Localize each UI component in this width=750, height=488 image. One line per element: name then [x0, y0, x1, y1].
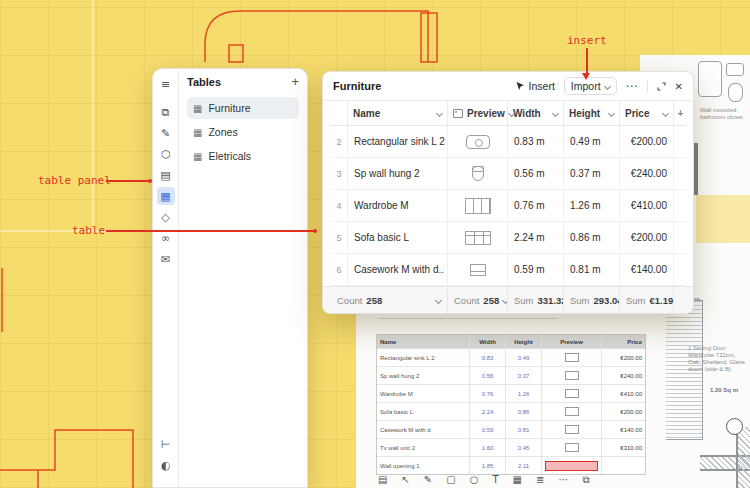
- layers-tool-icon[interactable]: [582, 474, 589, 486]
- annotation-table-panel-dot: [148, 179, 152, 183]
- cell-preview[interactable]: [447, 190, 507, 221]
- folder-icon[interactable]: [378, 474, 387, 485]
- summary-sum-height[interactable]: Sum 293.04..: [563, 287, 619, 313]
- sidebar-item-zones[interactable]: Zones: [187, 121, 299, 143]
- rectangle-tool-icon[interactable]: [446, 474, 455, 485]
- column-header-height[interactable]: Height: [563, 101, 619, 125]
- mini-table-row: Sofa basic L 2.24 0.86 €200.00: [377, 402, 645, 420]
- mini-col-width: Width: [469, 335, 505, 348]
- clipboard-button[interactable]: [157, 166, 175, 184]
- cell-preview[interactable]: [447, 254, 507, 285]
- draw-button[interactable]: [157, 124, 175, 142]
- cell-height[interactable]: 1.26 m: [563, 190, 619, 221]
- mini-col-height: Height: [505, 335, 541, 348]
- annotation-table: table: [72, 224, 105, 237]
- sidebar-item-eletricals[interactable]: Eletricals: [187, 145, 299, 167]
- table-row[interactable]: 4 Wardrobe M 0.76 m 1.26 m €410.00: [331, 190, 685, 222]
- table-row[interactable]: 2 Rectangular sink L 2 0.83 m 0.49 m €20…: [331, 126, 685, 158]
- cell-price[interactable]: €200.00: [619, 126, 673, 157]
- text-tool-icon[interactable]: [492, 474, 498, 485]
- more-tools-icon[interactable]: [558, 474, 568, 485]
- column-header-price[interactable]: Price: [619, 101, 673, 125]
- sofa-preview-icon: [465, 231, 491, 245]
- row-number: 5: [331, 222, 347, 253]
- chevron-down-icon: [552, 109, 559, 116]
- ghost-plan-line: [92, 0, 94, 232]
- insert-button-label: Insert: [529, 80, 555, 92]
- tag-button[interactable]: [157, 208, 175, 226]
- column-header-preview[interactable]: Preview: [447, 101, 507, 125]
- summary-sum-width[interactable]: Sum 331.32..: [507, 287, 563, 313]
- cell-price[interactable]: €410.00: [619, 190, 673, 221]
- add-table-button[interactable]: +: [291, 77, 299, 87]
- document-page[interactable]: Name Width Height Preview Price Rectangu…: [356, 292, 666, 488]
- wardrobe-preview-icon: [465, 198, 491, 214]
- cell-name[interactable]: Rectangular sink L 2: [347, 126, 447, 157]
- circle-tool-icon[interactable]: [470, 474, 479, 485]
- theme-toggle-button[interactable]: [157, 456, 175, 474]
- cell-height[interactable]: 0.37 m: [563, 158, 619, 189]
- cell-width[interactable]: 2.24 m: [507, 222, 563, 253]
- table-panel-button[interactable]: [157, 187, 175, 205]
- table-row[interactable]: 3 Sp wall hung 2 0.56 m 0.37 m €240.00: [331, 158, 685, 190]
- list-tool-icon[interactable]: [536, 474, 544, 485]
- cell-price[interactable]: €140.00: [619, 254, 673, 285]
- table-tool-icon[interactable]: [513, 474, 522, 485]
- comment-button[interactable]: [157, 250, 175, 268]
- cell-width[interactable]: 0.56 m: [507, 158, 563, 189]
- column-header-name[interactable]: Name: [347, 101, 447, 125]
- cell-width[interactable]: 0.59 m: [507, 254, 563, 285]
- cell-name[interactable]: Sofa basic L: [347, 222, 447, 253]
- mini-table-row: Casework M with d 0.59 0.81 €140.00: [377, 420, 645, 438]
- table-row[interactable]: 6 Casework M with d.. 0.59 m 0.81 m €140…: [331, 254, 685, 286]
- link-button[interactable]: [157, 229, 175, 247]
- expand-button[interactable]: [657, 82, 666, 91]
- app-canvas[interactable]: Wall mounted bathroom closet 1 Sliding D…: [0, 0, 750, 488]
- summary-count-name[interactable]: Count 258: [331, 287, 447, 313]
- table-row[interactable]: 5 Sofa basic L 2.24 m 0.86 m €200.00: [331, 222, 685, 254]
- menu-button[interactable]: [157, 75, 175, 93]
- document-bottom-toolbar: [378, 474, 590, 486]
- chevron-down-icon: [436, 109, 443, 116]
- dock-icon: [161, 438, 171, 451]
- cell-price[interactable]: €200.00: [619, 222, 673, 253]
- tables-panel: Tables + Furniture Zones Eletricals: [152, 68, 308, 488]
- insert-button[interactable]: Insert: [515, 80, 555, 92]
- plan-label-wardrobe: 1 Sliding Door Wardrobe 722cm, Oak, Shet…: [688, 345, 748, 373]
- pen-tool-icon[interactable]: [424, 474, 432, 485]
- annotation-insert-line: [586, 48, 588, 74]
- cell-name[interactable]: Casework M with d..: [347, 254, 447, 285]
- plan-circle-marker: [726, 418, 743, 435]
- import-button[interactable]: Import: [564, 77, 617, 95]
- add-column-button[interactable]: +: [673, 101, 687, 125]
- dock-button[interactable]: [157, 435, 175, 453]
- cell-preview[interactable]: [447, 126, 507, 157]
- annotation-table-panel: table panel: [38, 174, 111, 187]
- select-tool-icon[interactable]: [401, 474, 409, 485]
- sidebar-item-furniture[interactable]: Furniture: [187, 97, 299, 119]
- panel-title: Furniture: [333, 80, 381, 92]
- cell-price[interactable]: €240.00: [619, 158, 673, 189]
- cell-preview[interactable]: [447, 158, 507, 189]
- shapes-button[interactable]: [157, 145, 175, 163]
- cell-width[interactable]: 0.83 m: [507, 126, 563, 157]
- cell-preview[interactable]: [447, 222, 507, 253]
- cell-width[interactable]: 0.76 m: [507, 190, 563, 221]
- layers-button[interactable]: [157, 103, 175, 121]
- summary-count-preview[interactable]: Count 258: [447, 287, 507, 313]
- sink-preview-icon: [466, 135, 490, 149]
- tables-items: Furniture Zones Eletricals: [187, 97, 299, 167]
- mini-table-header: Name Width Height Preview Price: [377, 335, 645, 348]
- cell-height[interactable]: 0.49 m: [563, 126, 619, 157]
- image-field-icon: [453, 109, 463, 118]
- cell-name[interactable]: Sp wall hung 2: [347, 158, 447, 189]
- more-options-button[interactable]: [626, 79, 638, 93]
- summary-sum-price[interactable]: Sum €1.19..: [619, 287, 673, 313]
- cell-name[interactable]: Wardrobe M: [347, 190, 447, 221]
- casework-preview-icon: [470, 264, 486, 276]
- insert-cursor-icon: [515, 81, 525, 91]
- close-button[interactable]: [675, 81, 683, 92]
- clipboard-icon: [160, 169, 170, 182]
- cell-height[interactable]: 0.81 m: [563, 254, 619, 285]
- cell-height[interactable]: 0.86 m: [563, 222, 619, 253]
